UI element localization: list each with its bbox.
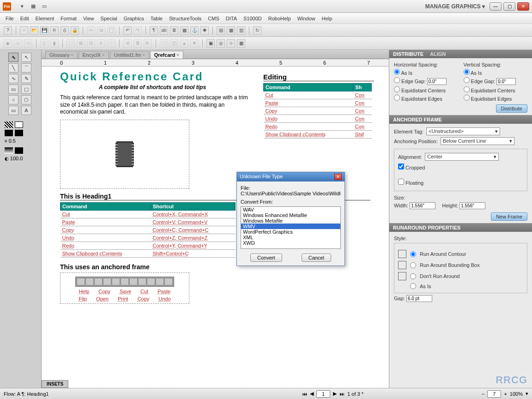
page-number-input[interactable] <box>316 390 330 398</box>
print-icon[interactable]: ⎙ <box>60 26 69 35</box>
zoom-in-button[interactable]: + <box>504 391 507 397</box>
opacity[interactable]: ◐ 100.0 <box>5 156 36 161</box>
dialog-close-button[interactable]: ✕ <box>334 174 342 180</box>
front-icon[interactable]: ▲ <box>180 39 188 48</box>
gradient-swatch[interactable] <box>5 147 13 154</box>
align-c-icon[interactable]: ≣ <box>133 39 142 48</box>
t2-icon[interactable]: ◇ <box>14 39 22 48</box>
freehand-tool[interactable]: ✎ <box>21 74 31 83</box>
snap-icon[interactable]: ⊹ <box>227 39 235 48</box>
alignment-select[interactable]: Center▾ <box>425 153 499 161</box>
height-input[interactable] <box>459 202 485 209</box>
table2-icon[interactable]: ▦ <box>227 26 235 35</box>
textline-tool[interactable]: A <box>21 106 31 115</box>
fill-swatch[interactable] <box>5 121 13 128</box>
width-input[interactable] <box>410 202 435 209</box>
solid-swatch[interactable] <box>15 147 23 154</box>
v-edgegap-radio[interactable]: Edge Gap: <box>464 77 528 85</box>
insets-tab[interactable]: INSETS <box>42 380 68 388</box>
runaround-dont-radio[interactable]: Don't Run Around <box>398 272 523 280</box>
group-icon[interactable]: ⬚ <box>160 39 168 48</box>
zoom-out-button[interactable]: − <box>482 391 484 397</box>
runaround-contour-radio[interactable]: Run Around Contour <box>398 250 523 258</box>
prev-page-button[interactable]: ◀ <box>310 391 314 397</box>
new-icon[interactable]: ▫ <box>20 26 28 35</box>
arc-tool[interactable]: ⌒ <box>21 63 31 73</box>
copy-icon[interactable]: ⧉ <box>97 26 105 35</box>
v-asis-radio[interactable]: As Is <box>464 69 528 76</box>
catalog-icon[interactable]: ≣ <box>170 26 178 35</box>
save-icon[interactable]: 💾 <box>40 26 48 35</box>
menu-cms[interactable]: CMS <box>208 16 219 21</box>
undo-icon[interactable]: ↶ <box>123 26 132 35</box>
line-weight[interactable]: ≡ 0.5 <box>5 138 36 144</box>
view-icon[interactable]: ▭ <box>40 2 49 11</box>
textframe-tool[interactable]: ▭ <box>8 106 18 115</box>
menu-format[interactable]: Format <box>60 16 77 21</box>
tab-distribute[interactable]: DISTRIBUTE <box>393 51 423 57</box>
cropped-checkbox[interactable]: Cropped <box>398 163 523 170</box>
element-tag-select[interactable]: <Unstructured>▾ <box>426 127 500 135</box>
t5-icon[interactable]: ▮ <box>50 39 59 48</box>
polyline-tool[interactable]: ∿ <box>8 74 18 83</box>
t6-icon[interactable]: ⬚ <box>66 39 75 48</box>
pen-swatch[interactable] <box>15 121 23 128</box>
h-eqcenters-radio[interactable]: Equidistant Centers <box>394 86 458 93</box>
help-mini-icon[interactable] <box>77 278 85 285</box>
layout-icon[interactable]: ▦ <box>29 2 38 11</box>
h-edgegap-radio[interactable]: Edge Gap: <box>394 77 458 85</box>
align-l-icon[interactable]: ⫷ <box>123 39 132 48</box>
first-page-button[interactable]: ⏮ <box>302 391 307 397</box>
anchor-pos-select[interactable]: Below Current Line▾ <box>441 137 514 145</box>
menu-dita[interactable]: DITA <box>226 16 237 21</box>
obj-prop-icon[interactable]: ▣ <box>206 39 215 48</box>
open-icon[interactable]: 📂 <box>30 26 38 35</box>
grid-icon[interactable]: ▦ <box>237 39 245 48</box>
gap-input[interactable] <box>406 295 432 302</box>
menu-element[interactable]: Element <box>36 16 54 21</box>
para-icon[interactable]: ¶ <box>150 26 158 35</box>
tab-encyclx[interactable]: EncyclX× <box>79 51 109 59</box>
minimize-button[interactable]: — <box>490 2 502 11</box>
close-icon[interactable]: × <box>102 53 104 57</box>
rrect-tool[interactable]: ▢ <box>21 85 31 94</box>
v-eqcenters-radio[interactable]: Equidistant Centers <box>464 86 528 93</box>
t8-icon[interactable]: ⊡ <box>87 39 95 48</box>
convert-list[interactable]: WAV Windows Enhanced Metafile Windows Me… <box>241 206 341 249</box>
lock-icon[interactable]: 🔒 <box>71 26 79 35</box>
menu-s1000d[interactable]: S1000D <box>243 16 262 21</box>
t3-icon[interactable]: ▭ <box>24 39 32 48</box>
catalog2-icon[interactable]: ▦ <box>180 26 188 35</box>
last-page-button[interactable]: ⏭ <box>339 391 345 397</box>
anchored-frame[interactable] <box>60 120 189 189</box>
toolbar-dropdown-icon[interactable]: ▾ <box>18 2 27 11</box>
line-tool[interactable]: ╲ <box>8 63 18 73</box>
floating-checkbox[interactable]: Floating <box>398 179 523 186</box>
rect-tool[interactable]: ▭ <box>8 85 18 94</box>
table1-icon[interactable]: ▤ <box>217 26 225 35</box>
redo-icon[interactable]: ↷ <box>133 26 142 35</box>
smart-select-tool[interactable]: ⬉ <box>8 53 18 62</box>
menu-file[interactable]: File <box>6 16 14 21</box>
tab-glossary[interactable]: Glossary× <box>45 51 78 59</box>
close-icon[interactable]: × <box>71 53 73 57</box>
v-eqedges-radio[interactable]: Equidistant Edges <box>464 95 528 102</box>
menu-structuretools[interactable]: StructureTools <box>169 16 201 21</box>
char-icon[interactable]: ab <box>160 26 168 35</box>
convert-button[interactable]: Convert <box>250 254 282 262</box>
color-black[interactable] <box>5 130 13 136</box>
runaround-bbox-radio[interactable]: Run Around Bounding Box <box>398 261 523 269</box>
menu-robohelp[interactable]: RoboHelp <box>268 16 291 21</box>
close-button[interactable]: ✕ <box>517 2 529 11</box>
ungroup-icon[interactable]: ◫ <box>170 39 178 48</box>
menu-view[interactable]: View <box>83 16 94 21</box>
t9-icon[interactable]: ≡ <box>97 39 105 48</box>
menu-help[interactable]: Help <box>322 16 332 21</box>
tab-align[interactable]: ALIGN <box>430 51 446 57</box>
table3-icon[interactable]: ▥ <box>237 26 245 35</box>
t4-icon[interactable]: ▯ <box>40 39 48 48</box>
refresh-icon[interactable]: ↻ <box>253 26 261 35</box>
anchor-icon[interactable]: ⚓ <box>190 26 199 35</box>
new-frame-button[interactable]: New Frame <box>491 212 527 221</box>
back-icon[interactable]: ▼ <box>190 39 199 48</box>
